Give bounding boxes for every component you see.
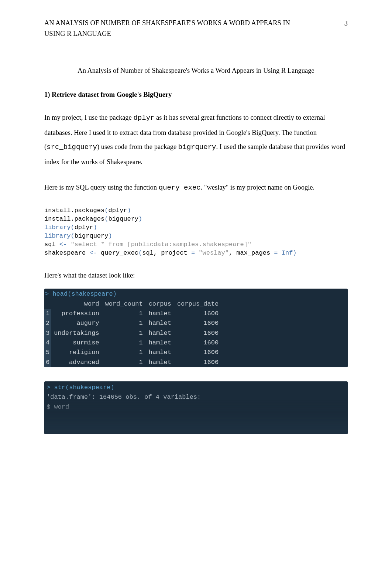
code-line-2: install.packages(bigquery) [44, 215, 142, 222]
page-number: 3 [344, 18, 348, 29]
code-line-3: library(dplyr) [44, 224, 97, 231]
console-str-line-1: 'data.frame': 164656 obs. of 4 variables… [47, 392, 344, 402]
table-row: 1 profession 1 hamlet 1600 [44, 309, 221, 319]
code-line-4: library(bigrquery) [44, 232, 112, 239]
paragraph-2: Here is my SQL query using the function … [44, 180, 348, 195]
paragraph-1: In my project, I use the package dplyr a… [44, 110, 348, 169]
console-prompt-1: > head(shakespeare) [44, 289, 348, 299]
para2-text2: . "weslay" is my project name on Google. [201, 184, 314, 191]
console-output-str: > str(shakespeare) 'data.frame': 164656 … [44, 381, 348, 434]
col-word-count: word_count [102, 299, 146, 309]
section-heading-1: 1) Retrieve dataset from Google's BigQue… [44, 89, 348, 100]
table-row: 3 undertakings 1 hamlet 1600 [44, 329, 221, 338]
table-row: 4 surmise 1 hamlet 1600 [44, 338, 221, 348]
table-row: 6 advanced 1 hamlet 1600 [44, 358, 221, 367]
table-row: 5 religion 1 hamlet 1600 [44, 348, 221, 357]
code-line-1: install.packages(dplyr) [44, 207, 131, 214]
col-corpus: corpus [146, 299, 174, 309]
para1-text1: In my project, I use the package [44, 114, 133, 121]
page-title: An Analysis of Number of Shakespeare's W… [44, 65, 348, 76]
col-word: word [51, 299, 102, 309]
inline-code-dplyr: dplyr [133, 114, 154, 122]
inline-code-bigrquery: bigrquery [178, 143, 216, 151]
table-row: 2 augury 1 hamlet 1600 [44, 319, 221, 328]
console-output-head: > head(shakespeare) word word_count corp… [44, 289, 348, 367]
para1-text3: ) uses code from the package [97, 143, 178, 150]
code-line-5: sql <- "select * from [publicdata:sample… [44, 241, 251, 248]
r-code-block: install.packages(dplyr) install.packages… [44, 207, 348, 258]
console-prompt-2: > str(shakespeare) [47, 383, 344, 392]
col-corpus-date: corpus_date [174, 299, 221, 309]
running-title: AN ANALYSIS OF NUMBER OF SHAKESPEARE'S W… [44, 18, 303, 39]
para2-text1: Here is my SQL query using the function [44, 184, 159, 191]
running-header: AN ANALYSIS OF NUMBER OF SHAKESPEARE'S W… [44, 18, 348, 39]
console-table: word word_count corpus corpus_date 1 pro… [44, 299, 221, 367]
paragraph-3: Here's what the dataset look like: [44, 270, 348, 281]
code-line-6: shakespeare <- query_exec(sql, project =… [44, 249, 297, 256]
inline-code-query-exec: query_exec [159, 184, 201, 192]
table-header-row: word word_count corpus corpus_date [44, 299, 221, 309]
inline-code-src-bigquery: src_bigquery [47, 143, 97, 151]
console-str-line-2: $ word [47, 402, 344, 412]
